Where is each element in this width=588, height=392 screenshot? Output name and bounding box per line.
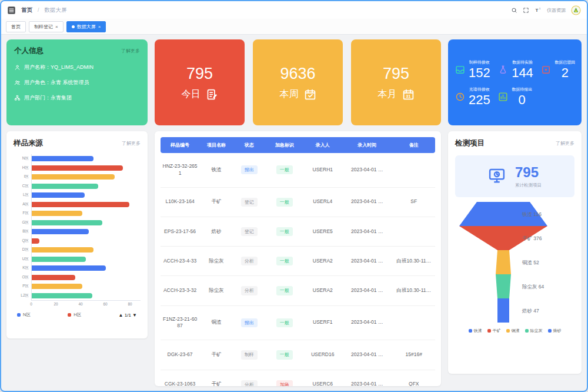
kpi-text: 数据已驳回2 [554, 59, 575, 80]
legend-swatch [506, 329, 510, 333]
tab-close-icon[interactable]: × [98, 24, 101, 29]
bar-row: A区 [14, 200, 141, 210]
bar-track [31, 209, 141, 218]
table-header-加急标识: 加急标识 [265, 137, 304, 153]
bar-chart-legend: N区H区▲ 1/1 ▼ [14, 312, 141, 318]
total-tests-value: 795 [515, 164, 542, 181]
bar-track [31, 245, 141, 255]
menu-icon[interactable] [7, 6, 16, 15]
profile-panel: 个人信息 了解更多 用户名称：YQ_LIMS_ADMIN用户角色：永青 系统管理… [6, 39, 148, 125]
table-cell: 一般 [265, 187, 304, 217]
table-row: L10K-23-164干矿登记一般USERL42023-04-01 …SF [161, 187, 435, 217]
kpi-label: 数据待报出 [512, 87, 532, 92]
table-cell: ACCH-23-4-33 [161, 247, 199, 276]
bar-row: O区 [14, 273, 141, 283]
stat-card-今日[interactable]: 795今日 [155, 39, 245, 125]
sample-source-more-link[interactable]: 了解更多 [122, 140, 141, 147]
bar-row: I区 [14, 172, 141, 182]
table-cell: 报出 [233, 153, 265, 187]
table-cell: 一般 [265, 276, 304, 305]
stat-card-label-text: 本周 [280, 88, 299, 101]
stat-card-label: 本周 [280, 88, 316, 101]
bar-track [31, 291, 141, 301]
legend-item-N区[interactable]: N区 [17, 312, 31, 318]
funnel-legend-铁渣[interactable]: 铁渣 [469, 328, 482, 334]
table-cell: 2023-04-01 … [342, 217, 393, 246]
status-badge: 报出 [241, 165, 258, 174]
tab-数据大屏[interactable]: 数据大屏× [66, 21, 106, 32]
table-header-备注: 备注 [393, 137, 435, 153]
table-cell: 制样 [233, 340, 265, 370]
x-axis-tick: 40 [78, 302, 82, 306]
funnel-legend-铜渣[interactable]: 铜渣 [506, 328, 520, 334]
tab-bar: 首页制样登记×数据大屏× [1, 19, 587, 35]
x-axis-tick: 0 [30, 302, 32, 306]
funnel-legend-焙砂[interactable]: 焙砂 [548, 328, 562, 334]
table-cell: 干矿 [199, 340, 233, 370]
legend-label: 铜渣 [512, 328, 520, 334]
kpi-panel: 制样待接收152数据待实验144数据已驳回2光谱待接收225数据待报出0 [448, 39, 582, 125]
legend-item-H区[interactable]: H区 [68, 312, 81, 318]
funnel-legend-除尘灰[interactable]: 除尘灰 [525, 328, 543, 334]
test-items-more-link[interactable]: 了解更多 [556, 140, 574, 147]
bar-track [31, 273, 141, 283]
sample-table-panel: 样品编号项目名称状态加急标识录入人录入时间备注 HNZ-23-32-2651铁渣… [155, 131, 441, 386]
bar-track [31, 237, 141, 246]
bar-row: C区 [14, 182, 141, 191]
kpi-数据待报出: 数据待报出0 [497, 87, 540, 107]
profile-more-link[interactable]: 了解更多 [121, 48, 140, 54]
bar [32, 156, 93, 161]
table-cell: F1NZ-23-21-6087 [161, 305, 199, 340]
table-cell: 干矿 [199, 370, 233, 386]
legend-label: 铁渣 [474, 328, 482, 334]
tab-制样登记[interactable]: 制样登记× [29, 21, 64, 32]
table-cell: ACCH-23-3-32 [161, 276, 199, 305]
kpi-value: 2 [562, 65, 569, 80]
x-axis-tick: 20 [54, 302, 58, 306]
table-row: EPS-23-17-56焙砂登记一般USERE52023-04-01 … [161, 217, 435, 246]
navbar-link[interactable]: 仪器资源 [547, 7, 566, 14]
bar-category-label: C区 [14, 184, 29, 189]
bar-row: H区 [14, 164, 141, 173]
bar-track [31, 172, 141, 182]
bar-category-label: H区 [14, 165, 29, 171]
table-cell: SF [393, 187, 435, 217]
status-badge: 分析 [241, 286, 258, 295]
kpi-数据待实验: 数据待实验144 [497, 59, 540, 80]
fullscreen-icon[interactable] [523, 7, 529, 14]
breadcrumb-home[interactable]: 首页 [21, 6, 32, 14]
bar-category-label: N区 [14, 156, 29, 161]
bar-row: L2区 [14, 291, 141, 301]
bar-row: P区 [14, 282, 141, 291]
table-cell: 报出 [233, 305, 265, 340]
legend-label: H区 [74, 312, 81, 318]
dashboard-content: 个人信息 了解更多 用户名称：YQ_LIMS_ADMIN用户角色：永青 系统管理… [1, 35, 587, 391]
search-icon[interactable] [511, 7, 517, 14]
kpi-text: 数据待报出0 [512, 87, 532, 107]
legend-pager[interactable]: ▲ 1/1 ▼ [119, 313, 137, 318]
table-cell: 分析 [233, 370, 265, 386]
kpi-value: 144 [512, 65, 533, 80]
stat-card-本月[interactable]: 795本月31 [351, 39, 441, 125]
font-size-icon[interactable]: T1 [534, 6, 542, 14]
bar-category-label: P区 [14, 284, 29, 289]
table-cell: USERF1 [304, 305, 342, 340]
bar [32, 275, 75, 280]
tab-close-icon[interactable]: × [55, 24, 58, 29]
tab-首页[interactable]: 首页 [6, 21, 26, 32]
bar [32, 202, 129, 207]
funnel-legend-干矿[interactable]: 干矿 [487, 328, 501, 334]
bar [32, 247, 93, 253]
svg-text:31: 31 [406, 94, 410, 98]
avatar-logo[interactable] [571, 5, 581, 15]
table-cell: 2023-04-01 … [342, 340, 393, 370]
table-cell: USERD16 [304, 340, 342, 370]
profile-field: 用户部门：永青集团 [14, 94, 140, 102]
table-cell: USERA2 [304, 276, 342, 305]
bar-track [31, 227, 141, 237]
legend-swatch [68, 313, 71, 317]
table-cell: 2023-04-01 … [342, 276, 393, 305]
stat-card-本周[interactable]: 9636本周 [253, 39, 343, 125]
table-cell: 白班10.30-11… [393, 276, 435, 305]
bar [32, 265, 106, 271]
